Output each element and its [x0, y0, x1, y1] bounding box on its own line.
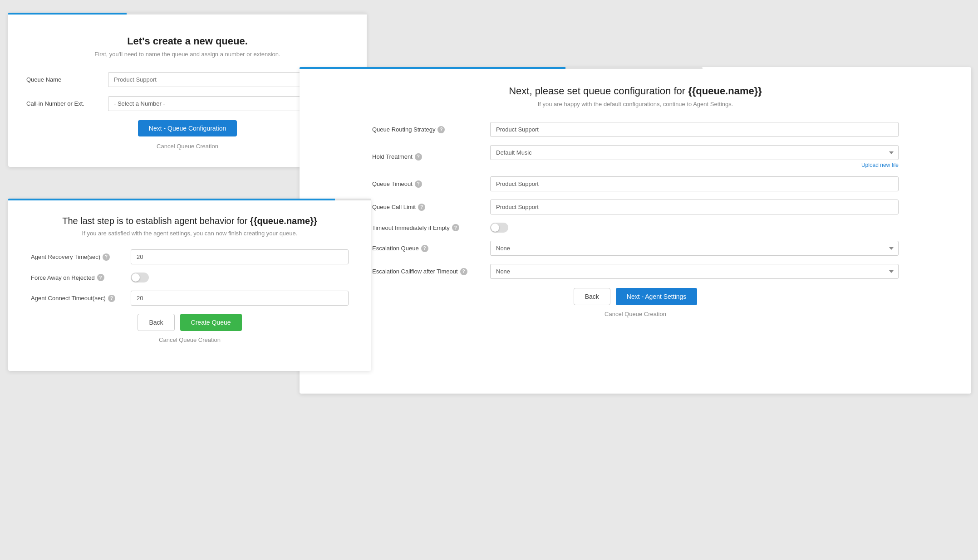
progress-bar-1 [8, 13, 367, 15]
queue-timeout-row: Queue Timeout ? [372, 176, 899, 191]
escalation-queue-label: Escalation Queue ? [372, 245, 490, 252]
card-agent-settings: The last step is to establish agent beha… [8, 199, 371, 371]
card1-subtitle: First, you'll need to name the queue and… [26, 51, 349, 58]
card3-subtitle: If you are satisfied with the agent sett… [31, 230, 349, 237]
card2-next-button[interactable]: Next - Agent Settings [616, 288, 698, 305]
force-away-help-icon[interactable]: ? [97, 274, 104, 281]
escalation-queue-help-icon[interactable]: ? [421, 245, 428, 252]
routing-strategy-row: Queue Routing Strategy ? [372, 122, 899, 137]
force-away-row: Force Away on Rejected ? [31, 273, 349, 282]
card2-cancel-link[interactable]: Cancel Queue Creation [372, 311, 899, 317]
card2-subtitle: If you are happy with the default config… [372, 101, 899, 107]
queue-call-limit-row: Queue Call Limit ? [372, 200, 899, 214]
card3-cancel-link[interactable]: Cancel Queue Creation [31, 336, 349, 343]
card1-title: Let's create a new queue. [26, 35, 349, 47]
card2-button-row: Back Next - Agent Settings [372, 288, 899, 305]
escalation-callflow-select[interactable]: None [490, 264, 899, 279]
routing-strategy-input[interactable] [490, 122, 899, 137]
queue-timeout-help-icon[interactable]: ? [415, 180, 422, 188]
card2-title: Next, please set queue configuration for… [372, 85, 899, 97]
escalation-callflow-help-icon[interactable]: ? [460, 268, 467, 275]
hold-treatment-help-icon[interactable]: ? [415, 153, 422, 161]
card3-create-button[interactable]: Create Queue [180, 314, 242, 331]
hold-treatment-select[interactable]: Default Music [490, 145, 899, 160]
card3-title-variable: {{queue.name}} [250, 216, 317, 226]
agent-connect-timeout-input[interactable] [131, 291, 349, 306]
card3-title-prefix: The last step is to establish agent beha… [62, 216, 250, 226]
queue-call-limit-label: Queue Call Limit ? [372, 204, 490, 211]
agent-connect-timeout-row: Agent Connect Timeout(sec) ? [31, 291, 349, 306]
routing-strategy-help-icon[interactable]: ? [437, 126, 445, 133]
queue-timeout-label: Queue Timeout ? [372, 180, 490, 188]
force-away-toggle[interactable] [131, 273, 149, 282]
card2-back-button[interactable]: Back [574, 288, 610, 305]
agent-recovery-label: Agent Recovery Time(sec) ? [31, 253, 131, 261]
progress-bar-2 [300, 67, 703, 69]
queue-call-limit-input[interactable] [490, 200, 899, 214]
agent-recovery-help-icon[interactable]: ? [103, 253, 110, 261]
agent-connect-timeout-label: Agent Connect Timeout(sec) ? [31, 295, 131, 302]
agent-connect-timeout-help-icon[interactable]: ? [108, 295, 115, 302]
timeout-immediately-row: Timeout Immediately if Empty ? [372, 223, 899, 233]
agent-recovery-input[interactable] [131, 249, 349, 264]
escalation-queue-row: Escalation Queue ? None [372, 241, 899, 256]
card2-title-variable: {{queue.name}} [688, 85, 762, 97]
upload-new-file-link[interactable]: Upload new file [490, 162, 899, 168]
card3-back-button[interactable]: Back [138, 314, 174, 331]
timeout-immediately-label: Timeout Immediately if Empty ? [372, 224, 490, 231]
agent-recovery-row: Agent Recovery Time(sec) ? [31, 249, 349, 264]
hold-treatment-row: Hold Treatment ? Default Music Upload ne… [372, 145, 899, 168]
escalation-queue-select[interactable]: None [490, 241, 899, 256]
queue-name-label: Queue Name [26, 76, 108, 83]
escalation-callflow-row: Escalation Callflow after Timeout ? None [372, 264, 899, 279]
timeout-immediately-toggle[interactable] [490, 223, 508, 233]
card2-title-prefix: Next, please set queue configuration for [509, 85, 688, 97]
escalation-callflow-label: Escalation Callflow after Timeout ? [372, 268, 490, 275]
card3-title: The last step is to establish agent beha… [31, 216, 349, 226]
timeout-immediately-help-icon[interactable]: ? [452, 224, 459, 231]
progress-bar-3 [8, 199, 371, 200]
next-queue-config-button[interactable]: Next - Queue Configuration [138, 120, 237, 136]
force-away-label: Force Away on Rejected ? [31, 274, 131, 281]
queue-call-limit-help-icon[interactable]: ? [418, 204, 425, 211]
callin-label: Call-in Number or Ext. [26, 100, 108, 107]
card-queue-config: Next, please set queue configuration for… [300, 67, 971, 394]
queue-timeout-input[interactable] [490, 176, 899, 191]
card3-button-row: Back Create Queue [31, 314, 349, 331]
routing-strategy-label: Queue Routing Strategy ? [372, 126, 490, 133]
hold-treatment-label: Hold Treatment ? [372, 153, 490, 161]
